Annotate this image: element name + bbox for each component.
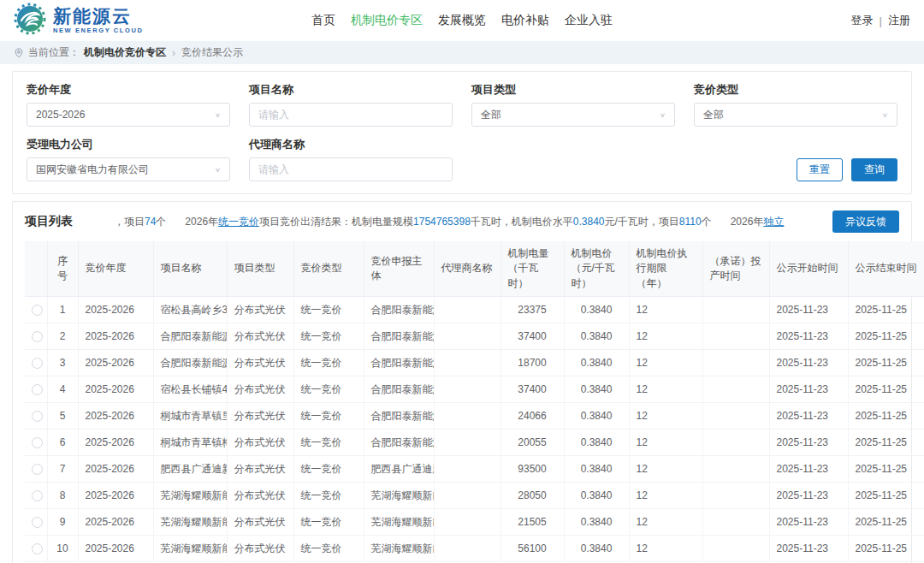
power-company-label: 受理电力公司 [27,137,230,152]
filter-panel: 竞价年度 2025-2026 ∨ 项目名称 项目类型 全部 ∨ 竞价类型 全部 … [12,71,912,194]
table-cell: 12 [629,297,702,323]
table-cell: 合肥阳泰新能源... [364,323,434,350]
bidding-type-label: 竞价类型 [694,82,897,98]
table-cell: 12 [629,376,702,403]
summary-text: ，项目 [114,215,145,229]
bidding-type-select[interactable]: 全部 ∨ [694,103,897,127]
bidding-year-select[interactable]: 2025-2026 ∨ [27,103,230,127]
table-cell: 21505 [500,509,564,536]
table-cell: 2025-2026 [78,403,153,430]
table-cell: 2025-11-23 [769,456,848,483]
nav-item[interactable]: 电价补贴 [501,13,549,28]
table-cell: 芜湖海耀顺新能... [153,536,227,562]
table-cell [434,430,500,456]
row-radio-button[interactable] [32,384,43,395]
row-radio-button[interactable] [32,411,43,422]
auth-links: 登录 | 注册 [851,13,910,28]
table-cell: 分布式光伏 [227,323,293,350]
chevron-down-icon: ∨ [660,111,666,119]
independent-bidding-link[interactable]: 独立 [763,215,784,229]
row-radio-button[interactable] [32,437,43,448]
row-radio-button[interactable] [32,490,43,501]
column-header: 竞价类型 [293,241,364,297]
table-cell [434,297,500,323]
project-type-select[interactable]: 全部 ∨ [471,103,675,127]
table-cell: 2025-2026 [78,297,153,323]
nav-item[interactable]: 首页 [311,13,335,28]
nav-item[interactable]: 发展概览 [438,13,486,28]
login-link[interactable]: 登录 [851,13,874,28]
project-count-74: 74 [145,216,156,228]
table-cell [702,350,769,376]
table-cell: 2025-11-23 [769,403,848,430]
table-cell: 28050 [500,483,564,509]
row-radio-button[interactable] [32,305,43,316]
table-cell: 统一竞价 [293,376,364,403]
register-link[interactable]: 注册 [888,13,910,28]
table-row: 12025-2026宿松县高岭乡3...分布式光伏统一竞价合肥阳泰新能源...2… [25,297,924,323]
chevron-down-icon: ∨ [882,111,888,119]
table-cell: 2025-11-25 [848,323,924,350]
table-cell: 12 [629,536,702,562]
location-pin-icon [14,48,24,58]
table-cell: 合肥阳泰新能源... [364,350,434,376]
table-cell [434,376,500,403]
table-cell: 分布式光伏 [227,483,293,509]
table-cell: 2025-11-23 [769,536,848,562]
power-company-value: 国网安徽省电力有限公司 [36,163,149,177]
summary-text: 个 [702,215,712,229]
table-cell [702,376,769,403]
table-cell: 2025-11-25 [848,430,924,456]
table-cell: 12 [629,509,702,536]
project-count-8110: 8110 [679,216,702,228]
table-cell: 2025-11-25 [848,509,924,536]
column-header: 竞价申报主体 [364,241,434,297]
agent-name-input[interactable] [249,157,453,181]
filter-actions: 重置 查询 [471,137,897,181]
column-header: 机制电价执行期限（年） [629,241,702,297]
table-cell: 20055 [500,430,564,456]
table-header-row: 序号竞价年度项目名称项目类型竞价类型竞价申报主体代理商名称机制电量 （千瓦时）机… [25,241,924,297]
table-cell: 2025-2026 [78,483,153,509]
table-cell: 芜湖海耀顺新能... [364,536,434,562]
field-power-company: 受理电力公司 国网安徽省电力有限公司 ∨ [27,137,230,181]
table-cell [702,536,769,562]
row-radio-button[interactable] [32,517,43,528]
column-header: （承诺）投产时间 [702,241,769,297]
column-header: 竞价年度 [78,241,153,297]
reset-button[interactable]: 重置 [797,158,843,181]
column-header: 公示结束时间 [848,241,924,297]
bidding-year-label: 竞价年度 [27,82,230,98]
table-cell: 2025-2026 [78,323,153,350]
table-cell: 2025-2026 [78,536,153,562]
table-cell: 统一竞价 [293,323,364,350]
table-cell [702,509,769,536]
clearing-result-summary: ，项目 74 个 2026年 统一竞价 项目竞价出清结果：机制电量规模 1754… [114,215,784,229]
summary-year: 2026年 [185,215,218,229]
table-cell: 0.3840 [564,323,629,350]
table-cell: 宿松县高岭乡3... [153,297,227,323]
breadcrumb-separator: › [172,47,175,59]
search-button[interactable]: 查询 [851,158,897,181]
table-cell: 肥西县广通迪新... [364,456,434,483]
table-cell: 93500 [500,456,564,483]
table-cell: 12 [629,456,702,483]
row-radio-button[interactable] [32,331,43,342]
objection-feedback-button[interactable]: 异议反馈 [832,210,899,233]
table-cell: 统一竞价 [293,350,364,376]
table-cell: 分布式光伏 [227,536,293,562]
row-radio-button[interactable] [32,464,43,475]
unified-bidding-link[interactable]: 统一竞价 [218,215,259,229]
nav-item[interactable]: 企业入驻 [565,13,613,28]
breadcrumb-prefix: 当前位置： [28,45,80,60]
table-cell: 2 [47,323,78,350]
power-company-select[interactable]: 国网安徽省电力有限公司 ∨ [27,157,230,181]
nav-item[interactable]: 机制电价专区 [351,13,423,28]
table-cell [702,483,769,509]
row-radio-button[interactable] [32,358,43,369]
breadcrumb-section[interactable]: 机制电价竞价专区 [84,45,166,60]
table-cell: 12 [629,323,702,350]
column-header: 项目名称 [153,241,227,297]
project-name-input[interactable] [249,103,453,127]
row-radio-button[interactable] [32,543,43,554]
